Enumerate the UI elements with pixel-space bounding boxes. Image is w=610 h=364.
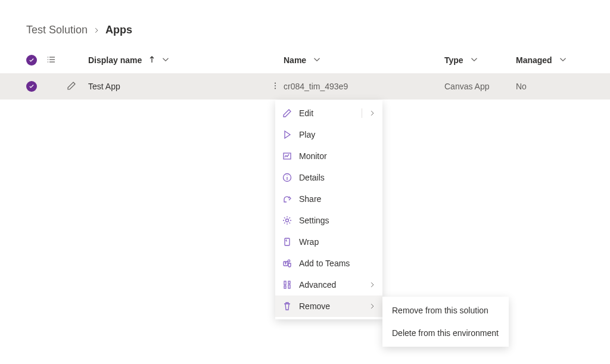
svg-point-16 xyxy=(288,260,290,262)
more-actions-button[interactable] xyxy=(267,82,284,92)
remove-submenu: Remove from this solution Delete from th… xyxy=(382,297,509,347)
chevron-right-icon xyxy=(369,108,375,118)
menu-item-label: Advanced xyxy=(299,280,362,290)
info-icon xyxy=(282,173,292,182)
submenu-item-remove-from-solution[interactable]: Remove from this solution xyxy=(382,299,509,322)
column-header-managed[interactable]: Managed xyxy=(516,55,575,65)
gear-icon xyxy=(282,216,292,225)
column-header-label: Managed xyxy=(516,55,552,65)
teams-icon xyxy=(282,259,292,268)
menu-item-label: Play xyxy=(299,130,375,139)
column-header-display-name[interactable]: Display name xyxy=(88,55,267,65)
svg-rect-19 xyxy=(288,281,290,284)
monitor-icon xyxy=(282,151,292,161)
column-header-type[interactable]: Type xyxy=(444,55,516,65)
table-row[interactable]: Test App cr084_tim_493e9 Canvas App No xyxy=(0,73,610,99)
menu-item-label: Add to Teams xyxy=(299,259,375,268)
menu-item-label: Monitor xyxy=(299,151,375,161)
menu-item-label: Details xyxy=(299,173,375,182)
menu-item-add-to-teams[interactable]: Add to Teams xyxy=(275,253,382,274)
share-icon xyxy=(282,194,292,204)
svg-rect-18 xyxy=(284,286,286,288)
menu-item-label: Edit xyxy=(299,108,362,118)
sort-ascending-icon xyxy=(149,55,155,65)
menu-item-edit[interactable]: Edit xyxy=(275,102,382,124)
menu-item-advanced[interactable]: Advanced xyxy=(275,274,382,295)
menu-item-label: Settings xyxy=(299,216,375,225)
menu-item-monitor[interactable]: Monitor xyxy=(275,145,382,167)
menu-item-wrap[interactable]: Wrap xyxy=(275,231,382,253)
table-header-row: Display name Name Type xyxy=(0,47,610,73)
wrap-icon xyxy=(282,237,292,247)
apps-table: Display name Name Type xyxy=(0,47,610,99)
breadcrumb-current: Apps xyxy=(105,24,132,36)
row-type: Canvas App xyxy=(444,82,490,91)
context-menu: Edit Play Monitor Details Share Settings xyxy=(275,100,382,319)
svg-rect-20 xyxy=(288,285,290,288)
menu-item-label: Share xyxy=(299,194,375,204)
submenu-item-label: Remove from this solution xyxy=(392,306,488,315)
advanced-icon xyxy=(282,280,292,290)
pencil-icon xyxy=(67,81,76,92)
menu-item-play[interactable]: Play xyxy=(275,124,382,145)
chevron-right-icon xyxy=(94,24,99,36)
menu-item-settings[interactable]: Settings xyxy=(275,210,382,231)
row-name: cr084_tim_493e9 xyxy=(284,82,348,91)
row-checkbox[interactable] xyxy=(26,81,46,92)
trash-icon xyxy=(282,301,292,311)
column-header-label: Name xyxy=(284,55,306,65)
breadcrumb: Test Solution Apps xyxy=(0,24,610,47)
svg-point-6 xyxy=(275,82,276,83)
chevron-down-icon xyxy=(313,55,320,65)
play-icon xyxy=(282,130,292,139)
select-all-checkbox[interactable] xyxy=(26,55,46,66)
menu-item-details[interactable]: Details xyxy=(275,167,382,188)
chevron-right-icon xyxy=(369,301,375,311)
svg-point-7 xyxy=(275,85,276,86)
more-vertical-icon xyxy=(271,82,279,92)
breadcrumb-parent[interactable]: Test Solution xyxy=(26,24,88,36)
chevron-down-icon xyxy=(471,55,478,65)
row-managed: No xyxy=(516,82,527,91)
checkmark-circle-icon xyxy=(26,55,37,66)
column-header-label: Type xyxy=(444,55,463,65)
menu-divider xyxy=(362,108,362,118)
svg-point-13 xyxy=(286,219,289,222)
chevron-right-icon xyxy=(369,280,375,290)
reorder-column[interactable] xyxy=(46,55,67,66)
edit-row-button[interactable] xyxy=(67,81,88,92)
chevron-down-icon xyxy=(559,55,567,65)
menu-item-share[interactable]: Share xyxy=(275,188,382,210)
menu-item-remove[interactable]: Remove xyxy=(275,295,382,317)
pencil-icon xyxy=(282,108,292,118)
svg-rect-17 xyxy=(284,281,286,285)
submenu-item-delete-from-environment[interactable]: Delete from this environment xyxy=(382,322,509,344)
column-header-label: Display name xyxy=(88,55,142,65)
svg-rect-14 xyxy=(285,238,290,245)
checkmark-circle-icon xyxy=(26,81,37,92)
menu-item-label: Wrap xyxy=(299,237,375,247)
submenu-item-label: Delete from this environment xyxy=(392,328,499,338)
svg-point-8 xyxy=(275,88,276,89)
row-display-name: Test App xyxy=(88,82,120,91)
svg-point-12 xyxy=(287,175,287,176)
list-icon xyxy=(46,55,56,66)
column-header-name[interactable]: Name xyxy=(284,55,444,65)
chevron-down-icon xyxy=(162,55,169,65)
menu-item-label: Remove xyxy=(299,301,362,311)
